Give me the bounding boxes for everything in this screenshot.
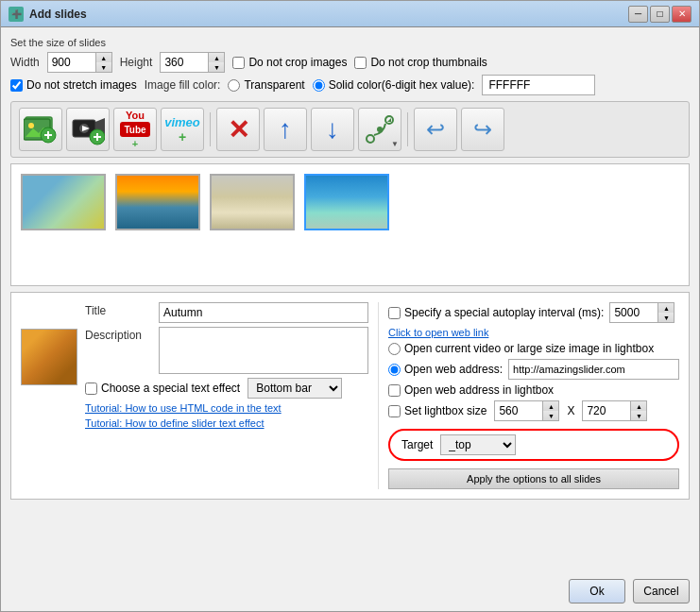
- redo-icon: ↪: [473, 116, 492, 143]
- lightbox-width-down-button[interactable]: ▼: [543, 411, 558, 420]
- slide-preview: [21, 329, 77, 385]
- slide-thumb-1[interactable]: [21, 174, 106, 230]
- no-stretch-checkbox[interactable]: [10, 79, 23, 92]
- open-lightbox-checkbox[interactable]: [388, 384, 401, 397]
- svg-point-2: [28, 123, 34, 128]
- autoplay-row: Specify a special autoplay interval (ms)…: [388, 302, 679, 323]
- autoplay-input[interactable]: [610, 303, 657, 322]
- no-crop-checkbox-group[interactable]: Do not crop images: [232, 56, 347, 69]
- minimize-button[interactable]: ─: [628, 6, 648, 23]
- close-button[interactable]: ✕: [672, 6, 691, 23]
- move-down-button[interactable]: ↓: [311, 108, 354, 151]
- text-effect-checkbox[interactable]: [85, 382, 97, 395]
- width-down-button[interactable]: ▼: [96, 62, 111, 72]
- width-arrows: ▲ ▼: [95, 53, 111, 72]
- properties-left: Title Description Choose a special text …: [21, 302, 368, 489]
- open-web-row: Open web address:: [388, 359, 679, 380]
- no-stretch-label: Do not stretch images: [26, 78, 137, 92]
- open-lightbox-checkbox-group[interactable]: Open web address in lightbox: [388, 383, 679, 397]
- fill-color-row: Do not stretch images Image fill color: …: [10, 75, 690, 95]
- solid-color-radio-group[interactable]: Solid color(6-digit hex value):: [313, 78, 475, 92]
- text-effect-checkbox-group[interactable]: Choose a special text effect: [85, 382, 240, 395]
- title-input[interactable]: [159, 302, 368, 323]
- open-web-radio-group[interactable]: Open web address:: [388, 363, 503, 376]
- move-up-button[interactable]: ↑: [264, 108, 307, 151]
- slide-thumb-3[interactable]: [210, 174, 295, 230]
- height-down-button[interactable]: ▼: [209, 62, 224, 72]
- lightbox-height-arrows: ▲ ▼: [630, 401, 646, 420]
- add-video-button[interactable]: [66, 108, 110, 151]
- lightbox-size-checkbox[interactable]: [388, 405, 401, 417]
- solid-color-label: Solid color(6-digit hex value):: [329, 78, 475, 92]
- text-effect-select[interactable]: Bottom bar Top bar Fade None: [248, 378, 342, 399]
- toolbar-separator-2: [407, 112, 408, 146]
- lightbox-height-input[interactable]: [583, 401, 630, 420]
- width-spinner: ▲ ▼: [47, 52, 112, 73]
- open-video-radio-group[interactable]: Open current video or large size image i…: [388, 342, 679, 355]
- tutorial2-link[interactable]: Tutorial: How to define slider text effe…: [85, 417, 368, 429]
- no-crop-checkbox[interactable]: [232, 57, 245, 69]
- undo-button[interactable]: ↩: [414, 108, 457, 151]
- description-input[interactable]: [159, 327, 368, 374]
- slides-area: [10, 163, 690, 286]
- add-youtube-button[interactable]: You Tube +: [113, 108, 157, 151]
- transparent-radio-group[interactable]: Transparent: [228, 78, 304, 92]
- size-row: Width ▲ ▼ Height ▲ ▼: [10, 52, 690, 73]
- title-row: Title: [85, 302, 368, 323]
- color-input[interactable]: [482, 75, 595, 95]
- add-image-button[interactable]: [19, 108, 62, 151]
- lightbox-size-checkbox-group[interactable]: Set lightbox size: [388, 404, 487, 417]
- toolbar: You Tube + vimeo + ✕ ↑: [10, 101, 690, 158]
- autoplay-up-button[interactable]: ▲: [658, 303, 674, 313]
- lightbox-height-down-button[interactable]: ▼: [631, 411, 646, 420]
- autoplay-checkbox-group[interactable]: Specify a special autoplay interval (ms)…: [388, 306, 604, 319]
- text-effect-row: Choose a special text effect Bottom bar …: [85, 378, 368, 399]
- width-input[interactable]: [48, 53, 95, 72]
- no-crop-thumbs-checkbox-group[interactable]: Do not crop thumbnails: [354, 56, 487, 69]
- solid-color-radio[interactable]: [313, 79, 325, 92]
- path-button[interactable]: ▼: [358, 108, 401, 151]
- delete-button[interactable]: ✕: [216, 108, 260, 151]
- maximize-button[interactable]: □: [650, 6, 670, 23]
- no-crop-label: Do not crop images: [248, 56, 347, 69]
- lightbox-width-arrows: ▲ ▼: [542, 401, 558, 420]
- tutorial1-link[interactable]: Tutorial: How to use HTML code in the te…: [85, 402, 368, 414]
- height-up-button[interactable]: ▲: [209, 53, 224, 62]
- lightbox-height-up-button[interactable]: ▲: [631, 401, 646, 411]
- add-vimeo-button[interactable]: vimeo +: [161, 108, 204, 151]
- move-up-icon: ↑: [279, 114, 292, 144]
- ok-button[interactable]: Ok: [569, 579, 625, 604]
- height-input[interactable]: [161, 53, 208, 72]
- lightbox-width-input[interactable]: [495, 401, 542, 420]
- width-up-button[interactable]: ▲: [96, 53, 111, 62]
- width-label: Width: [10, 56, 40, 69]
- delete-icon: ✕: [228, 114, 249, 145]
- description-label: Description: [85, 327, 151, 342]
- open-web-radio[interactable]: [388, 364, 401, 376]
- open-video-radio[interactable]: [388, 343, 401, 355]
- properties-section: Title Description Choose a special text …: [10, 292, 690, 500]
- height-label: Height: [120, 56, 153, 69]
- lightbox-width-up-button[interactable]: ▲: [543, 401, 558, 411]
- no-stretch-checkbox-group[interactable]: Do not stretch images: [10, 78, 137, 92]
- size-section-title: Set the size of slides: [10, 37, 690, 48]
- web-address-input[interactable]: [508, 359, 679, 380]
- slide-thumb-4[interactable]: [304, 174, 389, 230]
- move-down-icon: ↓: [326, 114, 339, 144]
- web-link-label[interactable]: Click to open web link: [388, 327, 679, 338]
- no-crop-thumbs-checkbox[interactable]: [354, 57, 367, 69]
- target-select[interactable]: _top _blank _self _parent: [440, 434, 516, 455]
- autoplay-arrows: ▲ ▼: [657, 303, 674, 322]
- lightbox-width-spinner: ▲ ▼: [494, 400, 559, 421]
- cancel-button[interactable]: Cancel: [633, 579, 690, 604]
- transparent-radio[interactable]: [228, 79, 240, 92]
- description-row: Description: [85, 327, 368, 374]
- autoplay-checkbox[interactable]: [388, 307, 401, 319]
- add-slides-window: ➕ Add slides ─ □ ✕ Set the size of slide…: [0, 0, 700, 612]
- redo-button[interactable]: ↪: [461, 108, 504, 151]
- autoplay-down-button[interactable]: ▼: [658, 313, 674, 322]
- autoplay-spinner: ▲ ▼: [609, 302, 674, 323]
- main-content: Set the size of slides Width ▲ ▼ Height …: [1, 27, 699, 571]
- slide-thumb-2[interactable]: [115, 174, 200, 230]
- apply-button[interactable]: Apply the options to all slides: [388, 468, 679, 489]
